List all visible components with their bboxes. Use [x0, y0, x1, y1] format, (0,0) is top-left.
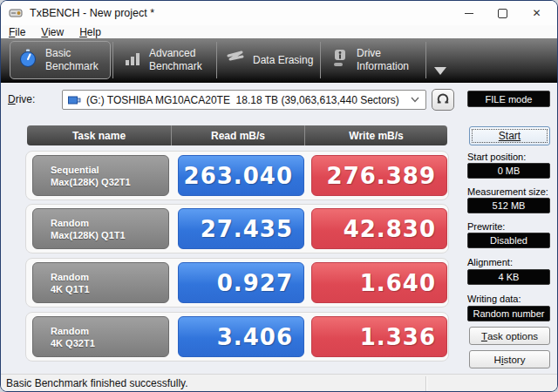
status-message: Basic Benchmark finished successfully. [6, 377, 188, 389]
read-result-value: 27.435 [178, 208, 304, 249]
app-icon [9, 7, 23, 19]
measurement-size-label: Measurement size: [467, 186, 548, 197]
write-result-value: 42.830 [311, 208, 447, 249]
drive-select[interactable]: (G:) TOSHIBA MG10ACA20TE 18.18 TB (39,06… [62, 90, 426, 110]
tab-basic-benchmark[interactable]: Basic Benchmark [10, 41, 111, 79]
table-row: Sequential Max(128K) Q32T1 263.040 276.3… [25, 151, 449, 200]
task-button-sequential-q32t1[interactable]: Sequential Max(128K) Q32T1 [32, 155, 169, 196]
bar-chart-icon [124, 50, 141, 71]
start-button[interactable]: Start [469, 126, 550, 145]
table-row: Random 4K Q1T1 0.927 1.640 [25, 258, 449, 308]
minimize-icon [465, 13, 473, 14]
tab-label: Basic Benchmark [45, 47, 99, 73]
close-icon: ✕ [532, 8, 541, 18]
tab-separator [320, 42, 321, 78]
prewrite-label: Prewrite: [467, 221, 505, 232]
task-button-random-4k-q32t1[interactable]: Random 4K Q32T1 [32, 316, 169, 357]
write-result-value: 1.640 [311, 262, 447, 303]
close-button[interactable]: ✕ [520, 1, 554, 25]
minimize-button[interactable] [452, 1, 486, 25]
write-result-value: 1.336 [311, 316, 447, 357]
prewrite-value: Disabled [467, 233, 550, 248]
read-result-value: 0.927 [178, 262, 304, 303]
writing-data-label: Writing data: [467, 294, 521, 304]
menu-help[interactable]: Help [71, 26, 109, 38]
writing-data-value: Random number [467, 306, 550, 321]
eraser-scribble-icon [226, 50, 245, 71]
chevron-down-icon [411, 97, 419, 103]
results-table-header: Task name Read mB/s Write mB/s [27, 125, 447, 145]
tab-data-erasing[interactable]: Data Erasing [221, 41, 318, 79]
column-header-task-name: Task name [27, 125, 171, 145]
table-row: Random Max(128K) Q1T1 27.435 42.830 [25, 204, 449, 253]
measurement-size-value: 512 MB [467, 198, 550, 213]
app-window: TxBENCH - New project * ✕ File View Help… [0, 0, 558, 392]
title-bar: TxBENCH - New project * ✕ [1, 1, 557, 25]
menu-view[interactable]: View [33, 26, 71, 38]
menu-file[interactable]: File [1, 26, 33, 38]
column-header-read: Read mB/s [171, 125, 304, 145]
alignment-label: Alignment: [467, 257, 513, 267]
read-result-value: 3.406 [178, 316, 304, 357]
status-bar: Basic Benchmark finished successfully. [1, 374, 557, 392]
stopwatch-icon [18, 49, 37, 71]
read-result-value: 263.040 [178, 155, 304, 196]
task-button-random-q1t1[interactable]: Random Max(128K) Q1T1 [32, 208, 169, 249]
start-position-label: Start position: [467, 152, 526, 162]
tab-separator [216, 42, 217, 78]
maximize-button[interactable] [486, 1, 520, 25]
history-button[interactable]: History [469, 350, 550, 368]
tab-separator [425, 42, 426, 78]
task-options-button[interactable]: Task options [469, 327, 550, 345]
column-header-write: Write mB/s [304, 125, 447, 145]
maximize-icon [498, 9, 507, 18]
tab-advanced-benchmark[interactable]: Advanced Benchmark [117, 41, 214, 79]
task-button-random-4k-q1t1[interactable]: Random 4K Q1T1 [32, 262, 169, 303]
tab-strip: Basic Benchmark Advanced Benchmark [1, 38, 557, 83]
drive-label: Drive: [8, 93, 35, 105]
table-row: Random 4K Q32T1 3.406 1.336 [25, 312, 449, 362]
refresh-icon [436, 91, 450, 109]
status-bar-separator [425, 376, 426, 391]
refresh-drives-button[interactable] [432, 89, 454, 111]
tab-drive-information[interactable]: Drive Information [324, 41, 424, 79]
start-position-value: 0 MB [467, 163, 550, 179]
file-mode-indicator[interactable]: FILE mode [467, 91, 550, 107]
drive-info-icon [331, 49, 349, 71]
window-title: TxBENCH - New project * [30, 7, 154, 19]
tab-overflow-arrow-icon[interactable] [434, 67, 446, 75]
alignment-value: 4 KB [467, 269, 550, 285]
menu-bar: File View Help [1, 25, 557, 38]
write-result-value: 276.389 [311, 155, 447, 196]
drive-icon [68, 94, 81, 106]
tab-separator [112, 42, 113, 78]
drive-select-value: (G:) TOSHIBA MG10ACA20TE 18.18 TB (39,06… [86, 94, 411, 106]
